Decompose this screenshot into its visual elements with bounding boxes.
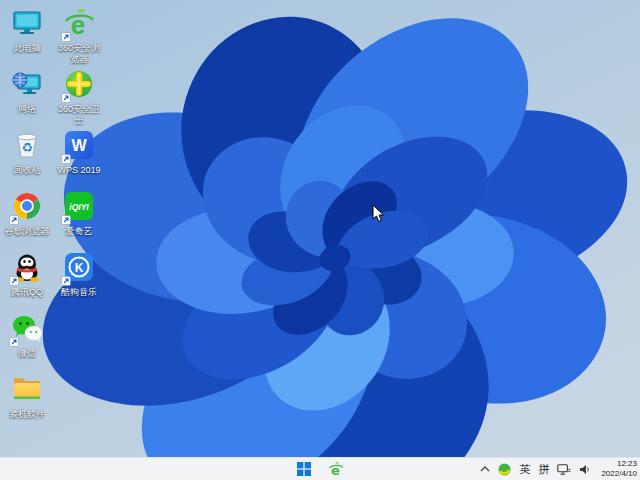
desktop-icon-iqiyi[interactable]: iQIYI爱奇艺 xyxy=(54,189,104,237)
svg-text:W: W xyxy=(71,137,87,154)
clock-date: 2022/4/10 xyxy=(601,469,637,479)
tray-chevron-button[interactable] xyxy=(480,466,490,472)
tray-360-guard-button[interactable] xyxy=(498,463,511,476)
tray-network-button[interactable] xyxy=(557,464,571,475)
chrome-icon xyxy=(10,190,44,224)
svg-text:K: K xyxy=(75,261,84,275)
taskbar-clock[interactable]: 12:23 2022/4/10 xyxy=(601,459,637,479)
screen: 此电脑e360安全浏览器网络360安全卫士♻回收站WWPS 2019谷歌浏览器i… xyxy=(0,0,640,480)
desktop[interactable]: 此电脑e360安全浏览器网络360安全卫士♻回收站WWPS 2019谷歌浏览器i… xyxy=(0,0,640,457)
360-tray-icon xyxy=(498,463,511,476)
software-folder-icon xyxy=(10,373,44,407)
desktop-icon-label: 360安全浏览器 xyxy=(54,43,104,65)
desktop-icon-wps-2019[interactable]: WWPS 2019 xyxy=(54,128,104,176)
desktop-icon-wechat[interactable]: 微信 xyxy=(2,311,52,359)
network-monitor-icon xyxy=(557,464,571,475)
desktop-icon-label: 网络 xyxy=(2,104,52,115)
svg-text:iQIYI: iQIYI xyxy=(69,202,89,212)
wps-2019-icon: W xyxy=(62,129,96,163)
mouse-cursor xyxy=(372,204,385,227)
desktop-icon-chrome[interactable]: 谷歌浏览器 xyxy=(2,189,52,237)
desktop-icon-label: 360安全卫士 xyxy=(54,104,104,126)
ime-pinyin-indicator[interactable]: 拼 xyxy=(538,462,549,477)
tray-volume-button[interactable] xyxy=(579,464,591,475)
desktop-icon-label: 腾讯QQ xyxy=(2,287,52,298)
360-browser-green-e-icon: e xyxy=(328,461,344,477)
chevron-up-icon xyxy=(480,466,490,472)
desktop-icon-software-folder[interactable]: 装机软件 xyxy=(2,372,52,420)
wechat-icon xyxy=(10,312,44,346)
desktop-icon-tencent-qq[interactable]: 腾讯QQ xyxy=(2,250,52,298)
desktop-icon-label: 装机软件 xyxy=(2,409,52,420)
recycle-bin-icon: ♻ xyxy=(10,129,44,163)
taskbar: e 英 拼 xyxy=(0,457,640,480)
360-safety-guard-icon xyxy=(62,68,96,102)
svg-text:e: e xyxy=(71,10,85,39)
windows-logo-icon xyxy=(297,462,311,476)
desktop-icon-label: 回收站 xyxy=(2,165,52,176)
taskbar-center-group: e xyxy=(294,458,346,480)
desktop-icon-360-safety-guard[interactable]: 360安全卫士 xyxy=(54,67,104,126)
tencent-qq-icon xyxy=(10,251,44,285)
desktop-icon-label: 微信 xyxy=(2,348,52,359)
desktop-icon-360-safe-browser[interactable]: e360安全浏览器 xyxy=(54,6,104,65)
desktop-icon-recycle-bin[interactable]: ♻回收站 xyxy=(2,128,52,176)
desktop-icon-kugou-music[interactable]: K酷狗音乐 xyxy=(54,250,104,298)
system-tray: 英 拼 12:23 2022/4/10 xyxy=(480,458,637,480)
volume-icon xyxy=(579,464,591,475)
desktop-icon-this-pc[interactable]: 此电脑 xyxy=(2,6,52,54)
desktop-icon-label: 谷歌浏览器 xyxy=(2,226,52,237)
svg-text:e: e xyxy=(331,463,340,478)
ime-english-indicator[interactable]: 英 xyxy=(519,462,530,477)
desktop-icon-label: 此电脑 xyxy=(2,43,52,54)
desktop-icon-label: 爱奇艺 xyxy=(54,226,104,237)
start-button[interactable] xyxy=(294,459,314,479)
iqiyi-icon: iQIYI xyxy=(62,190,96,224)
desktop-icon-network[interactable]: 网络 xyxy=(2,67,52,115)
network-icon xyxy=(10,68,44,102)
desktop-icon-label: WPS 2019 xyxy=(54,165,104,176)
taskbar-360-browser-button[interactable]: e xyxy=(326,459,346,479)
360-safe-browser-icon: e xyxy=(62,7,96,41)
svg-text:♻: ♻ xyxy=(21,140,33,155)
desktop-icon-label: 酷狗音乐 xyxy=(54,287,104,298)
this-pc-icon xyxy=(10,7,44,41)
kugou-music-icon: K xyxy=(62,251,96,285)
clock-time: 12:23 xyxy=(601,459,637,469)
